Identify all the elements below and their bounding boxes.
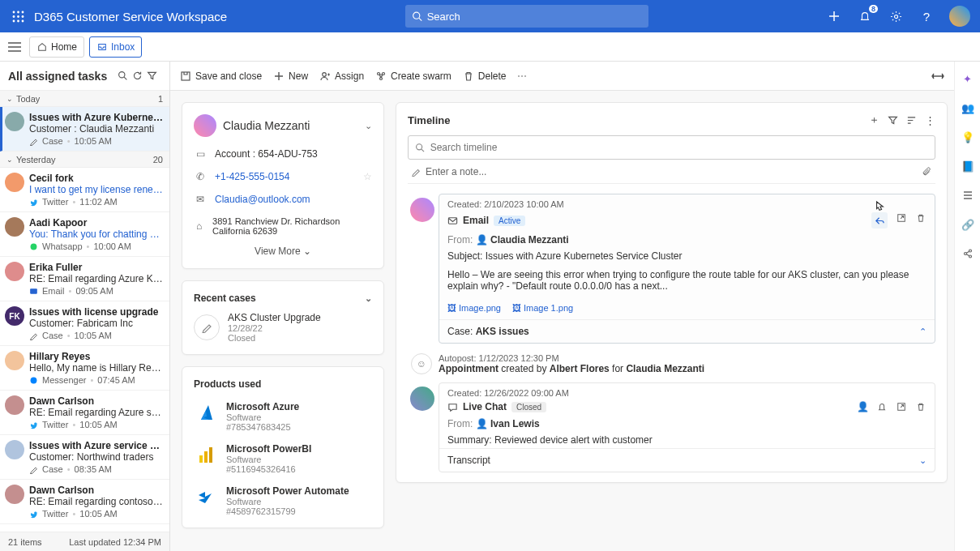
delete-button[interactable]: Delete (463, 70, 507, 82)
tasklist-group[interactable]: ⌄Today1 (0, 91, 169, 107)
recent-cases-card: Recent cases⌄ AKS Cluster Upgrade 12/28/… (182, 280, 384, 355)
settings-icon[interactable] (888, 8, 904, 24)
view-more-button[interactable]: View More ⌄ (194, 246, 372, 257)
task-item[interactable]: Cecil forkI want to get my license renew… (0, 168, 169, 212)
customer-phone[interactable]: +1-425-555-0154 (215, 171, 289, 182)
copilot-icon[interactable]: ✦ (961, 71, 975, 86)
filter-icon[interactable] (888, 115, 898, 126)
email-icon: ✉ (194, 194, 207, 205)
avatar (410, 387, 434, 411)
right-rail: ✦ 👥 💡 📘 🔗 (954, 62, 980, 551)
attachment[interactable]: 🖼 Image.png (447, 303, 501, 313)
attachment[interactable]: 🖼 Image 1.png (512, 303, 573, 313)
chevron-down-icon[interactable]: ⌄ (365, 293, 372, 304)
task-item[interactable]: Dawn CarlsonRE: Email regarding contoso … (0, 480, 169, 524)
product-item[interactable]: Microsoft PowerBISoftware#5116945326416 (194, 443, 372, 474)
add-icon[interactable]: ＋ (869, 113, 879, 127)
assign-icon[interactable]: 👤 (857, 401, 868, 412)
refresh-icon[interactable] (132, 70, 147, 81)
svg-point-9 (413, 12, 419, 19)
timeline-card: Timeline ＋ ⋮ Enter a note... (396, 102, 948, 483)
tasklist-group[interactable]: ⌄Yesterday20 (0, 152, 169, 168)
notifications-icon[interactable]: 8 (857, 8, 873, 24)
assign-button[interactable]: Assign (319, 70, 364, 82)
customer-name: Claudia Mezzanti (223, 119, 358, 132)
new-button[interactable]: New (273, 70, 308, 82)
add-icon[interactable] (826, 8, 842, 24)
messenger-icon (29, 376, 38, 385)
expand-icon[interactable] (931, 72, 944, 80)
task-item[interactable]: Dawn CarlsonRE: Email regarding Azure se… (0, 391, 169, 435)
avatar (5, 112, 24, 131)
task-item[interactable]: Hillary ReyesHello, My name is Hillary R… (0, 346, 169, 391)
teams-icon[interactable]: 👥 (961, 100, 975, 115)
share-icon[interactable] (961, 246, 975, 261)
timeline-search-input[interactable] (430, 142, 928, 153)
avatar (5, 485, 24, 504)
tasklist-updated: Last updated 12:34 PM (69, 537, 161, 547)
create-swarm-button[interactable]: Create swarm (375, 70, 451, 82)
sort-icon[interactable] (906, 115, 917, 126)
save-close-button[interactable]: Save and close (180, 70, 262, 82)
collapse-icon[interactable]: ⌃ (919, 327, 927, 337)
global-search-input[interactable] (427, 11, 642, 23)
hamburger-icon[interactable] (5, 37, 24, 57)
expand-icon[interactable]: ⌄ (919, 455, 927, 466)
timeline-item[interactable]: Created: 2/10/2023 10:00 AM Email Active (439, 194, 935, 344)
svg-point-12 (31, 243, 37, 250)
open-icon[interactable] (896, 401, 907, 412)
tasklist-count: 21 items (8, 537, 42, 547)
timeline-search[interactable] (408, 135, 935, 160)
case-item[interactable]: AKS Cluster Upgrade 12/28/22 Closed (194, 312, 372, 343)
more-button[interactable]: ⋯ (517, 70, 527, 82)
open-icon[interactable] (896, 212, 907, 224)
svg-rect-22 (209, 447, 212, 463)
products-card: Products used Microsoft AzureSoftware#78… (182, 366, 384, 528)
twitter-icon (29, 421, 38, 429)
reply-icon[interactable] (871, 212, 888, 229)
svg-point-4 (17, 15, 19, 18)
customer-avatar (194, 114, 216, 137)
avatar (5, 217, 24, 237)
avatar (410, 198, 434, 222)
waffle-icon[interactable] (6, 5, 29, 28)
timeline-note[interactable]: Enter a note... (408, 160, 935, 184)
timeline-item[interactable]: Created: 12/26/2022 09:00 AM Live Chat C… (439, 382, 935, 472)
task-item[interactable]: Erika FullerRE: Email regarding Azure Ku… (0, 257, 169, 301)
task-item[interactable]: FKIssues with license upgradeCustomer: F… (0, 301, 169, 346)
user-avatar[interactable] (949, 6, 970, 27)
attachment-icon[interactable] (922, 166, 932, 177)
global-search[interactable] (405, 5, 648, 28)
svg-point-10 (894, 15, 897, 18)
more-icon[interactable]: ⋮ (925, 114, 935, 126)
delete-icon[interactable] (915, 401, 927, 412)
product-item[interactable]: Microsoft Power AutomateSoftware#4589762… (194, 485, 372, 516)
list-icon[interactable] (961, 188, 975, 203)
idea-icon[interactable]: 💡 (961, 130, 975, 144)
case-icon (194, 314, 220, 340)
svg-point-3 (12, 15, 15, 18)
customer-email[interactable]: Claudia@outlook.com (215, 194, 310, 205)
chevron-down-icon[interactable]: ⌄ (365, 121, 372, 131)
task-item[interactable]: Issues with Azure Kubernetes Service Clu… (0, 107, 169, 152)
svg-rect-13 (30, 288, 37, 293)
help-icon[interactable]: ? (918, 8, 935, 24)
knowledge-icon[interactable]: 📘 (961, 159, 975, 173)
app-title: D365 Customer Service Workspace (34, 10, 227, 23)
task-item[interactable]: Aadi KapoorYou: Thank you for chatting w… (0, 212, 169, 257)
pencil-icon (29, 465, 38, 474)
phone-icon: ✆ (194, 171, 207, 182)
command-bar: Save and close New Assign Create swarm D… (170, 62, 954, 91)
tab-inbox[interactable]: Inbox (89, 36, 142, 58)
search-icon[interactable] (118, 70, 132, 81)
product-item[interactable]: Microsoft AzureSoftware#785347683425 (194, 401, 372, 432)
link-icon[interactable]: 🔗 (961, 217, 975, 232)
tab-home[interactable]: Home (29, 36, 84, 58)
task-item[interactable]: Issues with Azure service errorsCustomer… (0, 435, 169, 480)
star-icon[interactable]: ☆ (363, 171, 372, 182)
delete-icon[interactable] (915, 212, 927, 224)
task-list: All assigned tasks ⌄Today1Issues with Az… (0, 62, 170, 551)
svg-rect-20 (199, 455, 203, 463)
notify-icon[interactable] (876, 401, 888, 412)
filter-icon[interactable] (147, 70, 161, 81)
